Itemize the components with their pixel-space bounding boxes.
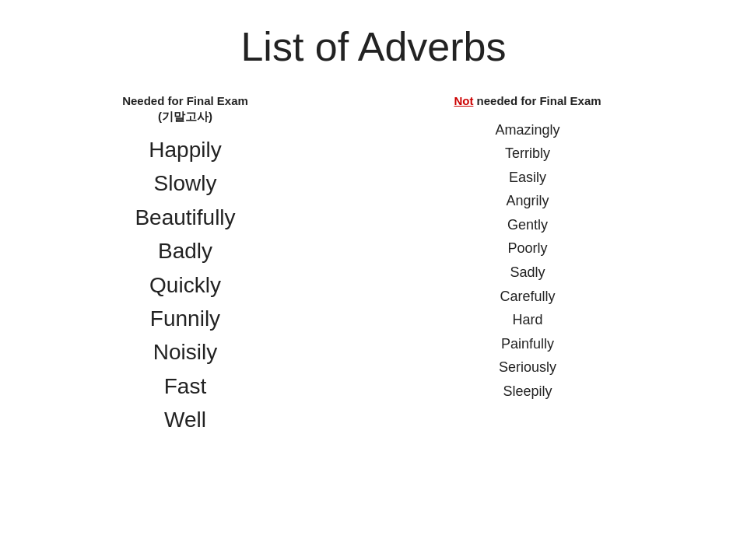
list-item: Terribly [495, 142, 559, 166]
list-item: Painfully [495, 332, 559, 356]
list-item: Amazingly [495, 118, 559, 142]
needed-adverb-list: HappilySlowlyBeautifullyBadlyQuicklyFunn… [135, 133, 235, 437]
page: List of Adverbs Needed for Final Exam (기… [0, 0, 747, 560]
list-item: Well [135, 403, 235, 436]
list-item: Quickly [135, 268, 235, 302]
column-not-needed: Not needed for Final Exam AmazinglyTerri… [339, 93, 716, 404]
columns-container: Needed for Final Exam (기말고사) HappilySlow… [31, 93, 716, 437]
list-item: Beautifully [135, 201, 235, 234]
list-item: Fast [135, 369, 235, 403]
list-item: Carefully [495, 285, 559, 309]
page-title: List of Adverbs [240, 23, 506, 70]
not-needed-adverb-list: AmazinglyTerriblyEasilyAngrilyGentlyPoor… [495, 118, 559, 404]
column-needed: Needed for Final Exam (기말고사) HappilySlow… [31, 93, 339, 437]
not-needed-header-rest: needed for Final Exam [473, 94, 601, 107]
list-item: Badly [135, 234, 235, 268]
needed-header-line1: Needed for Final Exam [122, 94, 248, 107]
list-item: Noisily [135, 335, 235, 369]
list-item: Sadly [495, 261, 559, 285]
list-item: Sleepily [495, 380, 559, 404]
list-item: Funnily [135, 302, 235, 335]
list-item: Easily [495, 166, 559, 190]
list-item: Angrily [495, 189, 559, 213]
needed-header: Needed for Final Exam (기말고사) [122, 93, 248, 124]
list-item: Happily [135, 133, 235, 166]
list-item: Gently [495, 213, 559, 237]
not-label: Not [454, 94, 473, 107]
needed-header-line2: (기말고사) [158, 110, 212, 123]
list-item: Slowly [135, 166, 235, 200]
list-item: Seriously [495, 355, 559, 380]
list-item: Hard [495, 308, 559, 332]
list-item: Poorly [495, 236, 559, 261]
not-needed-header: Not needed for Final Exam [454, 93, 601, 109]
